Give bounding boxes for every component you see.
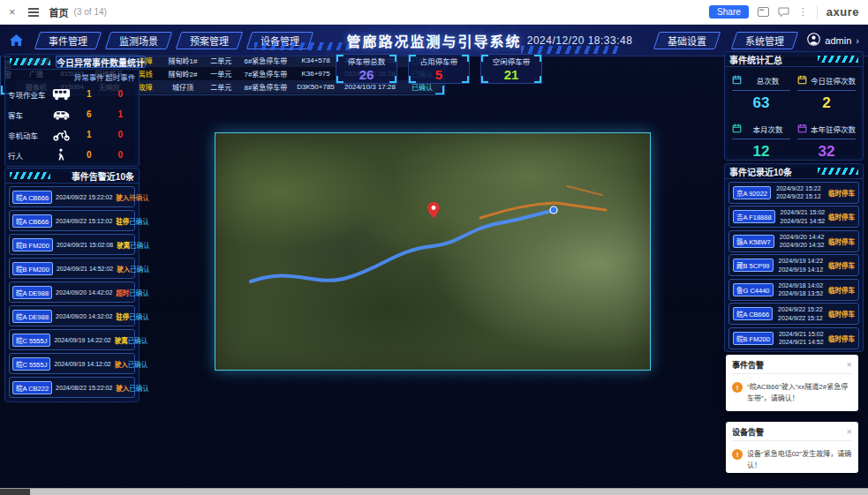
home-icon[interactable] <box>9 34 24 47</box>
vehicle-icon <box>49 129 73 141</box>
license-plate: 吉A F18888 <box>733 210 775 223</box>
calendar-icon <box>797 72 807 88</box>
page-title: 首页 <box>49 5 69 19</box>
record-time-start: 2024/9/21 15:02 <box>779 330 824 338</box>
event-action: 超时 <box>116 288 129 297</box>
popup-title: 事件告警 <box>732 359 764 371</box>
cell-stake: K34+578 <box>293 56 338 64</box>
summary-item: 本年驻停次数 32 <box>797 121 856 161</box>
record-type-tag: 临时停车 <box>828 236 855 246</box>
record-time-start: 2024/9/20 14:42 <box>780 233 825 241</box>
event-status: 已确认 <box>128 335 148 345</box>
event-status: 已确认 <box>129 311 149 321</box>
summary-label: 今日驻停次数 <box>811 75 856 86</box>
chevron-right-icon[interactable]: › <box>856 35 859 46</box>
taskbar-start-block[interactable] <box>0 489 30 495</box>
vehicle-type-label: 专项作业车 <box>8 89 49 100</box>
event-record-row[interactable]: 皖B FM200 2024/9/21 15:02 2024/9/21 14:52… <box>728 327 859 349</box>
license-plate: 皖A CB222 <box>12 381 52 394</box>
vehicle-icon <box>49 109 73 121</box>
summary-value: 63 <box>732 94 790 112</box>
summary-item: 总次数 63 <box>732 72 790 112</box>
hamburger-icon[interactable] <box>28 8 39 17</box>
cell-section: 城仔顶 <box>162 82 204 92</box>
overtime-count: 0 <box>105 130 137 139</box>
cell-unit: 二单元 <box>204 56 238 65</box>
event-summary-panel: 事件统计汇总 总次数 63 今日驻停次数 <box>724 51 864 161</box>
page-count: (3 of 14) <box>74 7 107 17</box>
popup-message: 设备“紧急电话02”发生故障，请确认！ <box>747 449 852 472</box>
map-incident-pin <box>427 202 440 218</box>
nav-plan-management[interactable]: 预案管理 <box>176 32 243 49</box>
close-pane-icon[interactable]: × <box>9 5 16 19</box>
event-alert-row[interactable]: 皖A CB222 2024/08/22 15:22:02 驶入 已确认 <box>9 377 135 398</box>
popup-message: “皖ACB66”驶入“xx隧道2#紧急停车带”，请确认！ <box>747 382 852 405</box>
event-status: 已确认 <box>128 359 148 369</box>
divider <box>817 5 818 19</box>
license-plate: 皖A CB666 <box>733 307 773 320</box>
system-title: 管廊路况监测与引导系统 <box>346 30 521 51</box>
vehicle-type-label: 非机动车 <box>8 130 49 140</box>
event-alert-row[interactable]: 皖A DE988 2024/09/20 14:42:02 超时 已确认 <box>9 281 135 303</box>
user-menu[interactable]: admin › <box>807 33 859 48</box>
share-button[interactable]: Share <box>709 5 749 19</box>
event-alert-row[interactable]: 皖A DE988 2024/09/20 14:32:02 驻停 已确认 <box>9 305 135 326</box>
summary-item: 今日驻停次数 2 <box>797 72 856 112</box>
device-alert-popup: 设备告警 × ! 设备“紧急电话02”发生故障，请确认！ <box>726 422 858 473</box>
overtime-count: 0 <box>105 150 137 160</box>
dashboard-app: 事件管理 监测场景 预案管理 设备管理 管廊路况监测与引导系统 2024/12/… <box>0 25 868 488</box>
license-plate: 皖C 5555J <box>12 334 50 347</box>
comment-icon[interactable] <box>778 7 789 17</box>
event-time: 2024/09/22 15:22:02 <box>56 194 112 200</box>
nav-basic-settings[interactable]: 基础设置 <box>653 32 721 49</box>
warning-icon: ! <box>732 382 743 393</box>
cell-section: 隧甸岭1# <box>162 56 204 65</box>
col-overtime: 超时事件 <box>105 71 137 82</box>
event-record-row[interactable]: 鲁G C4440 2024/9/18 14:02 2024/9/18 13:52… <box>728 279 859 301</box>
event-record-row[interactable]: 吉A F18888 2024/9/21 15:02 2024/9/21 14:5… <box>728 206 859 228</box>
event-record-row[interactable]: 藏B 5CP99 2024/9/19 14:22 2024/9/19 14:12… <box>728 254 859 276</box>
record-type-tag: 临时停车 <box>828 285 855 295</box>
nav-system-management[interactable]: 系统管理 <box>731 32 798 49</box>
nav-event-management[interactable]: 事件管理 <box>34 32 102 49</box>
event-status: 已确认 <box>129 383 149 393</box>
event-alert-row[interactable]: 皖B FM200 2024/09/21 14:52:02 驶入 已确认 <box>9 258 135 279</box>
vehicle-type-label: 客车 <box>8 109 49 120</box>
event-time: 2024/08/22 15:22:02 <box>56 385 112 391</box>
event-alert-row[interactable]: 皖B FM200 2024/09/21 15:02:08 驶离 已确认 <box>9 234 135 255</box>
taskbar <box>0 488 868 495</box>
record-time-end: 2024/9/22 15:12 <box>778 314 823 322</box>
axure-logo[interactable]: axure <box>826 5 859 19</box>
event-alert-row[interactable]: 皖C 5555J 2024/09/19 14:22:02 驶离 已确认 <box>9 329 135 350</box>
record-type-tag: 临时停车 <box>828 260 855 270</box>
record-time-start: 2024/9/21 15:02 <box>781 208 826 216</box>
map-poi-dot <box>550 206 557 214</box>
event-status: 待确认 <box>129 192 149 202</box>
stats-row: 专项作业车 1 0 <box>5 84 139 104</box>
event-summary-grid: 总次数 63 今日驻停次数 2 本月次数 <box>725 67 863 166</box>
more-options-icon[interactable]: ⋮ <box>798 6 808 18</box>
calendar-icon <box>732 72 742 88</box>
event-alert-row[interactable]: 皖A CB666 2024/09/22 15:22:02 驶入 待确认 <box>9 186 135 207</box>
event-record-row[interactable]: 皖A CB666 2024/9/22 15:22 2024/9/22 15:12… <box>728 303 859 325</box>
event-action: 驶入 <box>117 264 130 274</box>
satellite-map[interactable] <box>215 132 651 371</box>
map-route-road-2 <box>567 186 602 195</box>
nav-monitor-scene[interactable]: 监测场景 <box>105 32 172 49</box>
event-record-row[interactable]: 京A 92022 2024/9/22 15:22 2024/9/22 15:12… <box>728 182 859 204</box>
license-plate: 皖B FM200 <box>733 332 774 345</box>
summary-value: 12 <box>732 143 790 161</box>
console-icon[interactable] <box>758 7 769 17</box>
map-route-river <box>251 211 552 281</box>
cell-section: 隧甸岭2# <box>162 69 204 79</box>
event-record-row[interactable]: 赣A K58W7 2024/9/20 14:42 2024/9/20 14:32… <box>728 230 859 252</box>
datetime-display: 2024/12/20 18:33:48 <box>527 34 633 47</box>
event-alert-row[interactable]: 皖A CB666 2024/09/22 15:12:02 驻停 已确认 <box>9 210 135 231</box>
summary-label: 本年驻停次数 <box>811 124 856 134</box>
event-alert-row[interactable]: 皖C 5555J 2024/09/19 14:12:02 驶入 已确认 <box>9 353 135 374</box>
stats-header-row: 异常事件 超时事件 <box>5 70 139 84</box>
event-action: 驶入 <box>116 383 129 393</box>
close-icon[interactable]: × <box>847 360 852 370</box>
close-icon[interactable]: × <box>847 427 852 437</box>
record-type-tag: 临时停车 <box>828 309 855 319</box>
